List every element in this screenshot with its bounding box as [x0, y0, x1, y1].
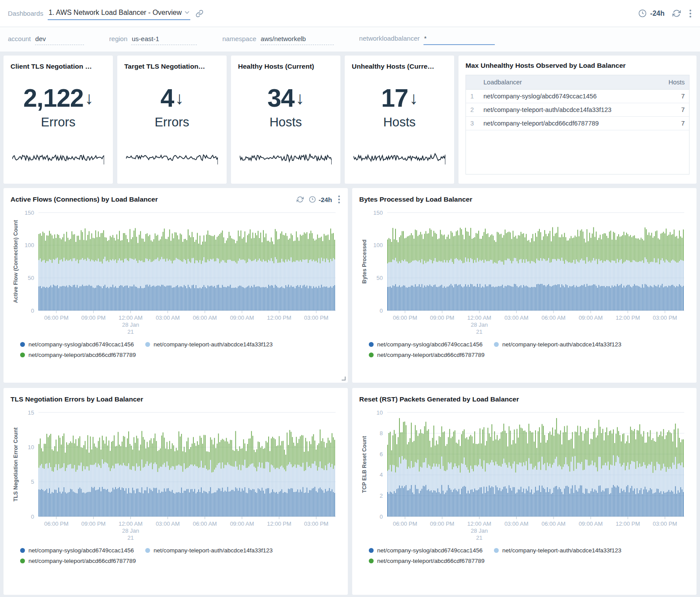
- active-flows-chart[interactable]: 05010015006:00 PM09:00 PM12:00 AM28 Jan2…: [10, 206, 341, 339]
- column-loadbalancer[interactable]: Loadbalancer: [479, 75, 657, 90]
- svg-text:100: 100: [373, 242, 383, 248]
- svg-text:12:00 AM: 12:00 AM: [467, 314, 491, 321]
- hosts-value: 7: [657, 103, 689, 117]
- loadbalancer-name: net/company-syslog/abcd6749ccac1456: [479, 90, 657, 103]
- legend-label: net/company-teleport-auth/abcdce14fa33f1…: [502, 547, 621, 554]
- svg-text:09:00 PM: 09:00 PM: [81, 314, 106, 321]
- svg-text:09:00 AM: 09:00 AM: [579, 314, 603, 321]
- time-clock-icon[interactable]: [638, 9, 647, 17]
- filter-namespace-label: namespace: [222, 35, 256, 42]
- legend-item[interactable]: net/company-teleport/abcd66cdf6787789: [369, 352, 484, 358]
- svg-text:0: 0: [31, 307, 34, 314]
- filter-networkloadbalancer: networkloadbalancer *: [359, 34, 495, 45]
- svg-text:12:00 AM: 12:00 AM: [119, 520, 143, 527]
- tls-errors-chart[interactable]: 05101506:00 PM09:00 PM12:00 AM28 Jan2103…: [10, 406, 341, 545]
- filter-networkloadbalancer-label: networkloadbalancer: [359, 35, 420, 42]
- time-range-label[interactable]: -24h: [318, 196, 332, 203]
- max-unhealthy-hosts-panel: Max Unhealthy Hosts Observed by Load Bal…: [458, 56, 696, 184]
- svg-text:12:00 PM: 12:00 PM: [616, 314, 640, 321]
- hosts-value: 7: [657, 90, 689, 103]
- svg-text:5: 5: [31, 478, 34, 485]
- legend-item[interactable]: net/company-teleport-auth/abcdce14fa33f1…: [494, 547, 621, 554]
- legend-color-dot: [145, 342, 150, 347]
- stat-unit: Errors: [155, 115, 189, 129]
- rst-packets-chart[interactable]: 024681006:00 PM09:00 PM12:00 AM28 Jan210…: [359, 406, 690, 545]
- legend-color-dot: [369, 353, 374, 357]
- legend-item[interactable]: net/company-teleport/abcd66cdf6787789: [20, 352, 136, 358]
- svg-text:12:00 PM: 12:00 PM: [267, 314, 291, 321]
- svg-text:21: 21: [127, 328, 133, 335]
- svg-text:09:00 AM: 09:00 AM: [230, 520, 254, 527]
- svg-text:03:00 PM: 03:00 PM: [304, 314, 329, 321]
- loadbalancer-name: net/company-teleport/abcd66cdf6787789: [479, 117, 657, 130]
- time-range-label[interactable]: -24h: [650, 10, 665, 17]
- stat-unit: Hosts: [270, 115, 302, 129]
- stat-value: 34↓: [267, 84, 304, 112]
- chevron-down-icon: [185, 11, 189, 14]
- legend-item[interactable]: net/company-teleport-auth/abcdce14fa33f1…: [145, 341, 273, 348]
- filter-namespace-value[interactable]: aws/networkelb: [260, 34, 334, 45]
- dashboards-breadcrumb[interactable]: Dashboards: [8, 10, 43, 17]
- filter-networkloadbalancer-value[interactable]: *: [424, 34, 495, 45]
- stat-card-unhealthy-hosts: Unhealthy Hosts (Curre… 17↓ Hosts: [345, 56, 454, 184]
- time-clock-icon[interactable]: [309, 196, 316, 203]
- svg-text:03:00 AM: 03:00 AM: [504, 314, 528, 321]
- svg-text:06:00 PM: 06:00 PM: [44, 520, 69, 527]
- svg-text:12:00 PM: 12:00 PM: [616, 520, 640, 527]
- svg-text:150: 150: [24, 209, 34, 216]
- table-row[interactable]: 1 net/company-syslog/abcd6749ccac1456 7: [466, 90, 689, 103]
- svg-text:28 Jan: 28 Jan: [122, 321, 139, 328]
- legend-item[interactable]: net/company-teleport-auth/abcdce14fa33f1…: [494, 341, 621, 348]
- stat-value: 17↓: [381, 84, 417, 112]
- svg-text:21: 21: [476, 534, 482, 541]
- filter-account-value[interactable]: dev: [35, 34, 84, 45]
- legend-item[interactable]: net/company-syslog/abcd6749ccac1456: [20, 547, 134, 554]
- legend-label: net/company-teleport/abcd66cdf6787789: [377, 352, 484, 358]
- more-options-icon[interactable]: [337, 195, 341, 204]
- refresh-icon[interactable]: [672, 9, 681, 17]
- svg-text:03:00 AM: 03:00 AM: [156, 520, 180, 527]
- share-link-icon[interactable]: [196, 10, 203, 17]
- dashboard-body: Client TLS Negotiation … 2,122↓ Errors T…: [0, 52, 700, 595]
- legend-item[interactable]: net/company-teleport/abcd66cdf6787789: [369, 558, 484, 564]
- svg-text:0: 0: [31, 513, 34, 520]
- legend-item[interactable]: net/company-teleport/abcd66cdf6787789: [20, 558, 136, 564]
- svg-text:Bytes Processed: Bytes Processed: [361, 240, 368, 284]
- svg-text:10: 10: [377, 409, 383, 416]
- hosts-value: 7: [657, 117, 689, 130]
- bytes-processed-chart[interactable]: 05010015006:00 PM09:00 PM12:00 AM28 Jan2…: [359, 206, 690, 339]
- filter-bar: account dev region us-east-1 namespace a…: [0, 27, 700, 52]
- legend-color-dot: [369, 559, 374, 563]
- stat-value: 4↓: [161, 84, 184, 112]
- dashboard-title-dropdown[interactable]: 1. AWS Network Load Balancer - Overview: [48, 7, 190, 20]
- svg-text:06:00 PM: 06:00 PM: [393, 520, 417, 527]
- legend-label: net/company-syslog/abcd6749ccac1456: [28, 341, 134, 348]
- stat-card-healthy-hosts: Healthy Hosts (Current) 34↓ Hosts: [231, 56, 340, 184]
- refresh-icon[interactable]: [297, 196, 304, 203]
- svg-text:06:00 AM: 06:00 AM: [542, 520, 566, 527]
- legend-item[interactable]: net/company-syslog/abcd6749ccac1456: [369, 547, 483, 554]
- legend-label: net/company-syslog/abcd6749ccac1456: [377, 341, 483, 348]
- filter-region-value[interactable]: us-east-1: [131, 34, 197, 45]
- legend-item[interactable]: net/company-teleport-auth/abcdce14fa33f1…: [145, 547, 273, 554]
- more-options-icon[interactable]: [689, 9, 692, 18]
- legend-item[interactable]: net/company-syslog/abcd6749ccac1456: [369, 341, 483, 348]
- table-row[interactable]: 2 net/company-teleport-auth/abcdce14fa33…: [466, 103, 689, 117]
- svg-text:09:00 AM: 09:00 AM: [579, 520, 603, 527]
- filter-account-label: account: [8, 35, 31, 42]
- legend-color-dot: [369, 342, 374, 347]
- svg-text:150: 150: [373, 209, 383, 216]
- legend-color-dot: [20, 342, 25, 347]
- legend-label: net/company-teleport-auth/abcdce14fa33f1…: [502, 341, 621, 348]
- resize-handle[interactable]: [342, 377, 346, 381]
- svg-text:06:00 AM: 06:00 AM: [193, 520, 217, 527]
- table-row[interactable]: 3 net/company-teleport/abcd66cdf6787789 …: [466, 117, 689, 130]
- svg-text:12:00 AM: 12:00 AM: [119, 314, 143, 321]
- svg-text:03:00 AM: 03:00 AM: [504, 520, 528, 527]
- chart-legend: net/company-syslog/abcd6749ccac1456net/c…: [369, 547, 690, 564]
- legend-item[interactable]: net/company-syslog/abcd6749ccac1456: [20, 341, 134, 348]
- svg-text:06:00 AM: 06:00 AM: [542, 314, 566, 321]
- svg-text:8: 8: [380, 430, 383, 436]
- svg-text:10: 10: [28, 444, 34, 450]
- column-hosts[interactable]: Hosts: [657, 75, 689, 90]
